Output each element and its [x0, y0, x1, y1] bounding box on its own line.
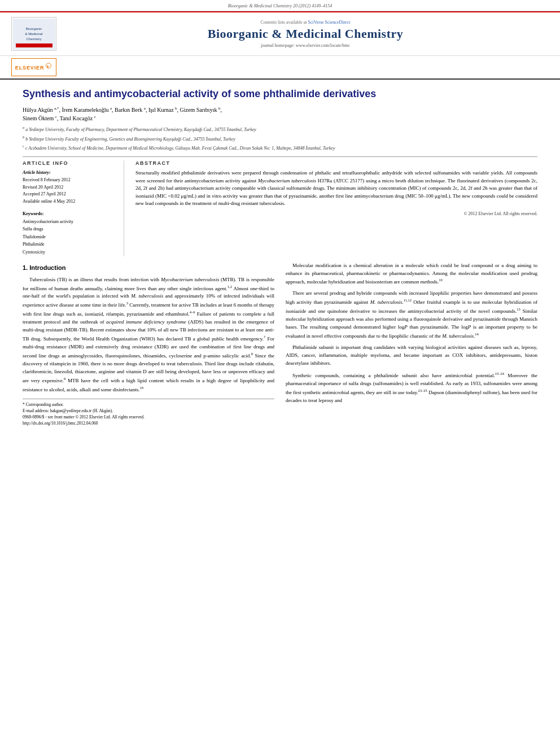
article-info-col: ARTICLE INFO Article history: Received 8… — [23, 160, 124, 256]
abstract-text: Structurally modified phthalimide deriva… — [135, 169, 537, 208]
keywords-section: Keywords: Antimycobacterium activity Sul… — [23, 210, 117, 256]
available-online: Available online 4 May 2012 — [23, 198, 117, 206]
abstract-label: ABSTRACT — [135, 160, 537, 166]
affil-3: c c Acıbadem University, School of Medic… — [23, 143, 537, 152]
body-col-right: Molecular modification is a chemical alt… — [286, 262, 537, 427]
author-sinem: Sinem Öktem c, Tanıl Kocagöz c — [23, 115, 96, 121]
article-history: Article history: Received 8 February 201… — [23, 169, 117, 206]
copyright: © 2012 Elsevier Ltd. All rights reserved… — [135, 211, 537, 216]
keyword-5: Cytotoxicity — [23, 248, 117, 256]
sciverse-line: Contents lists available at SciVerse Sci… — [62, 20, 549, 25]
journal-thumbnail: Bioorganic & Medicinal Chemistry — [11, 17, 56, 51]
journal-homepage: journal homepage: www.elsevier.com/locat… — [62, 43, 549, 48]
journal-banner: Bioorganic & Medicinal Chemistry Content… — [0, 11, 560, 56]
affil-2: b b Yeditepe University Faculty of Engin… — [23, 134, 537, 143]
body-right-para4: Synthetic compounds, containing a phthal… — [286, 371, 537, 405]
intro-para1: Tuberculosis (TB) is an illness that res… — [23, 276, 274, 394]
revised: Revised 20 April 2012 — [23, 184, 117, 191]
author-hulya: Hülya Akgün a,*, İrem Karamelekoğlu a, B… — [23, 107, 222, 113]
keyword-2: Sulfa drugs — [23, 225, 117, 233]
corresponding-note: * Corresponding author. — [23, 401, 274, 408]
svg-text:⚕: ⚕ — [47, 64, 49, 68]
svg-text:& Medicinal: & Medicinal — [25, 32, 42, 36]
info-abstract-section: ARTICLE INFO Article history: Received 8… — [23, 160, 537, 256]
history-label: Article history: — [23, 169, 117, 177]
journal-title: Bioorganic & Medicinal Chemistry — [62, 27, 549, 41]
journal-ref: Bioorganic & Medicinal Chemistry 20 (201… — [11, 3, 549, 8]
body-right-para3: Phthalimide subunit is important drug ca… — [286, 344, 537, 368]
keyword-3: Thalidomide — [23, 233, 117, 241]
email-note: E-mail address: hakgun@yeditepe.edu.tr (… — [23, 408, 274, 414]
svg-rect-4 — [16, 43, 53, 47]
abstract-col: ABSTRACT Structurally modified phthalimi… — [135, 160, 537, 256]
svg-text:ELSEVIER: ELSEVIER — [15, 65, 45, 71]
keyword-4: Phthalimide — [23, 241, 117, 248]
keywords-label: Keywords: — [23, 210, 117, 218]
journal-banner-center: Contents lists available at SciVerse Sci… — [62, 20, 549, 48]
page-container: Bioorganic & Medicinal Chemistry 20 (201… — [0, 0, 560, 747]
divider — [23, 156, 537, 157]
body-right-para2: There are several prodrug and hybride co… — [286, 290, 537, 340]
svg-text:Bioorganic: Bioorganic — [25, 27, 41, 30]
footnotes: * Corresponding author. E-mail address: … — [23, 399, 274, 427]
affiliations: a a Yeditepe University, Faculty of Phar… — [23, 125, 537, 152]
accepted: Accepted 27 April 2012 — [23, 191, 117, 198]
body-right-para1: Molecular modification is a chemical alt… — [286, 262, 537, 287]
elsevier-section: ELSEVIER ⚕ — [0, 56, 560, 80]
affil-1: a a Yeditepe University, Faculty of Phar… — [23, 125, 537, 133]
received: Received 8 February 2012 — [23, 177, 117, 184]
body-col-left: 1. Introduction Tuberculosis (TB) is an … — [23, 262, 274, 427]
intro-heading: 1. Introduction — [23, 263, 274, 273]
article-content: Synthesis and antimycobacterial activity… — [0, 80, 560, 435]
keyword-1: Antimycobacterium activity — [23, 218, 117, 226]
body-section: 1. Introduction Tuberculosis (TB) is an … — [23, 262, 537, 427]
issn-note: 0968-0896/$ - see front matter © 2012 El… — [23, 414, 274, 420]
article-info-label: ARTICLE INFO — [23, 160, 117, 166]
doi-note: http://dx.doi.org/10.1016/j.bmc.2012.04.… — [23, 420, 274, 426]
article-title: Synthesis and antimycobacterial activity… — [23, 88, 537, 101]
svg-text:Chemistry: Chemistry — [26, 37, 41, 41]
authors-line: Hülya Akgün a,*, İrem Karamelekoğlu a, B… — [23, 105, 537, 123]
journal-header: Bioorganic & Medicinal Chemistry 20 (201… — [0, 0, 560, 11]
elsevier-logo: ELSEVIER ⚕ — [11, 58, 56, 76]
